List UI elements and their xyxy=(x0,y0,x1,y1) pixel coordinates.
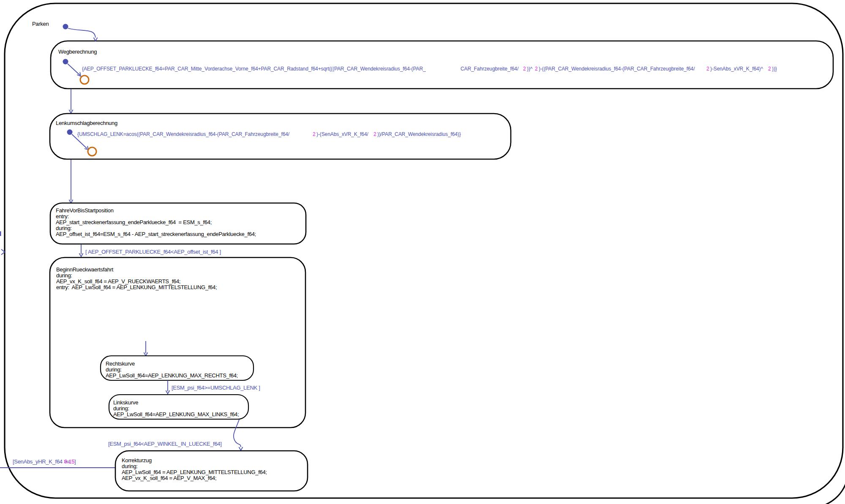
connective-junction-icon[interactable] xyxy=(80,76,89,84)
formula-number[interactable]: 2 xyxy=(535,66,538,72)
state-action-line[interactable]: AEP_vx_K_soll_f64 = AEP_V_MAX_f64; xyxy=(122,475,216,481)
transition-guard-label[interactable]: [ AEP_OFFSET_PARKLUECKE_f64<AEP_offset_i… xyxy=(85,249,221,255)
state-action-line[interactable]: AEP_vx_K_soll_f64 = AEP_V_RUECKWAERTS_f6… xyxy=(56,278,180,285)
state-lenkumschlagberechnung-label[interactable]: Lenkumschlagberechnung xyxy=(56,120,117,126)
state-action-line[interactable]: AEP_offset_ist_f64=ESM_s_f64 - AEP_start… xyxy=(56,231,256,237)
transition-guard-label[interactable]: ] xyxy=(74,458,76,465)
state-beginnrueckwaertsfahrt[interactable]: BeginnRueckwaertsfahrt during: AEP_vx_K_… xyxy=(50,257,305,428)
transition-guard-label[interactable]: [SenAbs_yHR_K_f64 >= xyxy=(13,458,70,465)
state-action-line[interactable]: during: xyxy=(122,463,138,469)
formula-segment[interactable]: )-((PAR_CAR_Wendekreisradius_f64-(PAR_CA… xyxy=(539,66,695,72)
formula-segment[interactable]: {UMSCHLAG_LENK=acos((PAR_CAR_Wendekreisr… xyxy=(77,131,290,137)
formula-number[interactable]: 2 xyxy=(706,66,709,72)
clipped-label-fragment xyxy=(0,231,1,236)
state-korrekturzug-label[interactable]: Korrekturzug xyxy=(122,457,152,463)
transition-guard-value[interactable]: 0.15 xyxy=(64,458,74,465)
lenkumschlag-formula[interactable]: {UMSCHLAG_LENK=acos((PAR_CAR_Wendekreisr… xyxy=(77,131,461,137)
formula-segment[interactable]: )-(SenAbs_xVR_K_f64/ xyxy=(316,131,368,137)
state-action-line[interactable]: during: xyxy=(113,405,129,412)
state-action-line[interactable]: during: xyxy=(56,272,72,279)
formula-segment[interactable]: ))} xyxy=(772,66,777,72)
state-wegberechnung-box[interactable] xyxy=(51,41,833,89)
state-action-line[interactable]: during: xyxy=(106,366,122,373)
state-linkskurve-label[interactable]: Linkskurve xyxy=(113,399,138,406)
formula-segment[interactable]: {AEP_OFFSET_PARKLUECKE_f64=PAR_CAR_Mitte… xyxy=(82,66,426,72)
state-fahrevorbisstartposition-label[interactable]: FahreVorBisStartposition xyxy=(56,207,114,214)
state-action-line[interactable]: AEP_LwSoll_f64=AEP_LENKUNG_MAX_RECHTS_f6… xyxy=(106,372,238,379)
formula-segment[interactable]: )-SenAbs_xVR_K_f64)^ xyxy=(710,66,763,72)
formula-segment[interactable]: ))^ xyxy=(527,66,533,72)
formula-segment[interactable]: ))/PAR_CAR_Wendekreisradius_f64)} xyxy=(377,131,461,137)
default-transition-origin-dot[interactable] xyxy=(63,24,68,30)
state-action-line[interactable]: during: xyxy=(56,225,72,231)
state-linkskurve[interactable]: Linkskurve during: AEP_LwSoll_f64=AEP_LE… xyxy=(109,395,248,419)
state-action-line[interactable]: AEP_start_streckenerfassung_endeParkluec… xyxy=(56,219,212,225)
transition-guard-label[interactable]: [ESM_psi_f64<AEP_WINKEL_IN_LUECKE_f64] xyxy=(108,441,222,447)
formula-segment[interactable]: CAR_Fahrzeugbreite_f64/ xyxy=(461,66,519,72)
state-wegberechnung[interactable]: Wegberechnung {AEP_OFFSET_PARKLUECKE_f64… xyxy=(51,41,833,89)
stateflow-canvas[interactable]: Parken Wegberechnung {AEP_OFFSET_PARKLUE… xyxy=(0,0,845,504)
formula-number[interactable]: 2 xyxy=(373,131,376,137)
state-action-line[interactable]: entry: xyxy=(56,213,69,219)
transition-guard-label[interactable]: [ESM_psi_f64>=UMSCHLAG_LENK ] xyxy=(172,385,260,391)
state-beginnrueckwaertsfahrt-label[interactable]: BeginnRueckwaertsfahrt xyxy=(56,266,114,273)
state-rechtskurve-label[interactable]: Rechtskurve xyxy=(106,360,135,367)
formula-number[interactable]: 2 xyxy=(523,66,526,72)
connective-junction-icon[interactable] xyxy=(88,147,96,156)
default-transition-origin-dot[interactable] xyxy=(63,59,68,65)
transition-into-parken-left[interactable] xyxy=(0,231,5,255)
state-fahrevorbisstartposition[interactable]: FahreVorBisStartposition entry: AEP_star… xyxy=(50,203,306,244)
state-wegberechnung-label[interactable]: Wegberechnung xyxy=(58,49,97,55)
state-parken-label[interactable]: Parken xyxy=(32,21,49,27)
state-action-line[interactable]: AEP_LwSoll_f64 = AEP_LENKUNG_MITTELSTELL… xyxy=(122,469,267,475)
state-lenkumschlagberechnung[interactable]: Lenkumschlagberechnung {UMSCHLAG_LENK=ac… xyxy=(50,114,511,159)
formula-number[interactable]: 2 xyxy=(768,66,771,72)
state-korrekturzug[interactable]: Korrekturzug during: AEP_LwSoll_f64 = AE… xyxy=(115,451,308,491)
default-transition-origin-dot[interactable] xyxy=(67,130,73,135)
state-rechtskurve[interactable]: Rechtskurve during: AEP_LwSoll_f64=AEP_L… xyxy=(101,356,254,380)
state-action-line[interactable]: AEP_LwSoll_f64=AEP_LENKUNG_MAX_LINKS_f64… xyxy=(113,411,239,417)
state-action-line[interactable]: entry: AEP_LwSoll_f64 = AEP_LENKUNG_MITT… xyxy=(56,284,217,290)
formula-number[interactable]: 2 xyxy=(313,131,316,137)
